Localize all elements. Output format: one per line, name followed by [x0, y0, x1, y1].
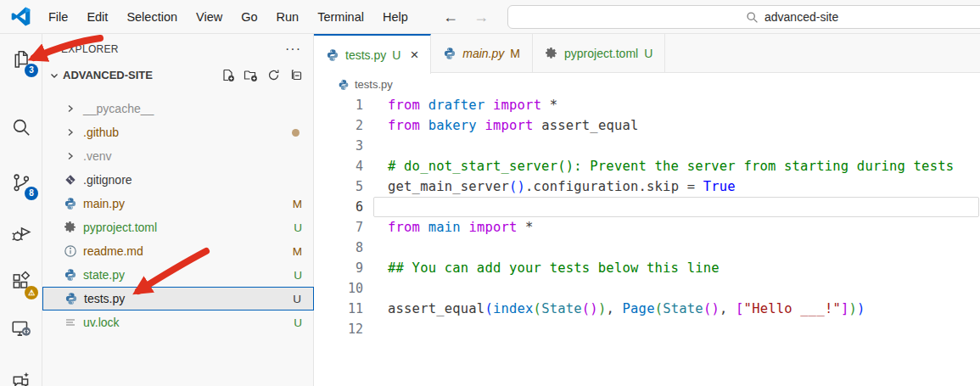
file-item-tests-py[interactable]: tests.pyU — [42, 287, 314, 310]
activity-remote-icon[interactable] — [1, 308, 42, 349]
code-line-8[interactable]: 8 — [314, 238, 980, 258]
code-text: # do_not_start_server(): Prevent the ser… — [388, 159, 954, 174]
file-label: tests.py — [84, 292, 125, 305]
menu-item-terminal[interactable]: Terminal — [308, 0, 373, 34]
git-status-letter: U — [294, 316, 302, 329]
menu-item-file[interactable]: File — [39, 0, 77, 34]
tab-main-py[interactable]: main.pyM — [431, 34, 533, 73]
git-status-letter: U — [293, 293, 301, 305]
line-number: 8 — [314, 240, 363, 255]
file-label: .gitignore — [83, 173, 132, 187]
explorer-more-actions-icon[interactable]: ··· — [285, 42, 301, 57]
code-text: ## You can add your tests below this lin… — [388, 260, 720, 276]
close-icon[interactable]: × — [410, 48, 418, 62]
explorer-title: EXPLORER — [61, 43, 119, 55]
breadcrumb-file: tests.py — [355, 78, 393, 91]
menu-item-selection[interactable]: Selection — [117, 0, 187, 34]
lines-icon — [63, 316, 77, 330]
menu-item-view[interactable]: View — [187, 0, 232, 34]
python-icon — [64, 292, 78, 306]
activity-extensions-icon[interactable]: ⚠ — [1, 261, 42, 302]
search-icon — [746, 11, 759, 24]
breadcrumb[interactable]: tests.py — [314, 74, 980, 95]
python-icon — [443, 47, 456, 60]
tab-tests-py[interactable]: tests.pyU× — [314, 34, 431, 74]
tab-git-status: U — [392, 48, 400, 62]
code-text: from main import * — [388, 220, 534, 235]
code-line-7[interactable]: 7from main import * — [314, 217, 980, 238]
activity-source-control-icon[interactable]: 8 — [1, 162, 42, 203]
new-file-icon[interactable] — [221, 68, 236, 83]
refresh-icon[interactable] — [266, 68, 282, 83]
code-line-5[interactable]: 5get_main_server().configuration.skip = … — [314, 176, 980, 197]
file-item-main-py[interactable]: main.pyM — [42, 192, 314, 215]
file-label: main.py — [83, 197, 125, 210]
file-item--github[interactable]: .github — [42, 120, 314, 144]
explorer-badge: 3 — [25, 64, 38, 77]
git-status-letter: U — [294, 221, 302, 234]
code-text: from bakery import assert_equal — [388, 118, 639, 133]
code-line-3[interactable]: 3 — [314, 136, 980, 156]
explorer-root-folder[interactable]: ADVANCED-SITE — [42, 64, 313, 86]
code-line-12[interactable]: 12 — [314, 319, 980, 339]
activity-search-icon[interactable] — [1, 107, 42, 148]
file-item-readme-md[interactable]: readme.mdM — [42, 239, 314, 263]
python-icon — [63, 197, 77, 211]
git-status-letter: U — [294, 269, 302, 282]
line-number: 5 — [314, 179, 363, 194]
file-item-uv-lock[interactable]: uv.lockU — [42, 310, 314, 334]
code-line-1[interactable]: 1from drafter import * — [314, 95, 980, 115]
file-label: .github — [83, 126, 119, 139]
git-modified-dot — [292, 129, 300, 137]
code-text: get_main_server().configuration.skip = T… — [388, 179, 736, 194]
activity-chat-icon[interactable] — [1, 360, 42, 386]
file-item--pycache-[interactable]: __pycache__ — [42, 97, 314, 120]
code-line-6[interactable]: 6 — [314, 197, 980, 217]
code-line-10[interactable]: 10 — [314, 278, 980, 299]
code-line-9[interactable]: 9## You can add your tests below this li… — [314, 258, 980, 278]
file-item--gitignore[interactable]: .gitignore — [42, 168, 314, 192]
menu-bar: FileEditSelectionViewGoRunTerminalHelp — [39, 0, 417, 34]
file-label: __pycache__ — [83, 102, 154, 115]
code-line-11[interactable]: 11assert_equal(index(State()), Page(Stat… — [314, 299, 980, 319]
git-status-letter: M — [293, 245, 302, 258]
collapse-all-icon[interactable] — [289, 68, 305, 83]
gear-icon — [63, 221, 77, 235]
python-icon — [326, 48, 339, 62]
current-line-highlight — [373, 197, 979, 217]
line-number: 11 — [314, 301, 363, 316]
menu-item-help[interactable]: Help — [373, 0, 417, 34]
code-line-2[interactable]: 2from bakery import assert_equal — [314, 115, 980, 136]
file-label: pyproject.toml — [83, 221, 157, 234]
menu-item-edit[interactable]: Edit — [77, 0, 117, 34]
code-text: assert_equal(index(State()), Page(State(… — [388, 301, 865, 316]
command-center-search[interactable]: advanced-site — [507, 5, 980, 29]
line-number: 12 — [314, 322, 363, 337]
menu-item-go[interactable]: Go — [232, 0, 266, 34]
file-item-pyproject-toml[interactable]: pyproject.tomlU — [42, 215, 314, 239]
vscode-logo-icon — [11, 7, 31, 26]
history-forward-icon: → — [473, 8, 489, 26]
code-line-4[interactable]: 4# do_not_start_server(): Prevent the se… — [314, 156, 980, 176]
tab-pyproject-toml[interactable]: pyproject.tomlU — [533, 34, 665, 73]
info-icon — [63, 244, 77, 259]
python-icon — [63, 268, 77, 283]
menu-item-run[interactable]: Run — [267, 0, 309, 34]
root-folder-name: ADVANCED-SITE — [63, 69, 153, 81]
tab-git-status: U — [644, 47, 652, 60]
code-editor[interactable]: 1from drafter import *2from bakery impor… — [314, 95, 980, 386]
activity-explorer-icon[interactable]: 3 — [1, 39, 42, 80]
git-status-letter: M — [293, 198, 302, 210]
activity-run-debug-icon[interactable] — [1, 213, 42, 254]
new-folder-icon[interactable] — [244, 68, 259, 83]
history-back-icon[interactable]: ← — [443, 8, 458, 26]
line-number: 4 — [314, 159, 363, 174]
file-label: readme.md — [83, 244, 143, 258]
chevron-right-icon — [63, 102, 77, 116]
tab-label: main.py — [462, 47, 504, 60]
title-bar: FileEditSelectionViewGoRunTerminalHelp ←… — [0, 0, 980, 34]
chevron-right-icon — [63, 149, 77, 164]
file-item-state-py[interactable]: state.pyU — [42, 263, 314, 287]
file-label: uv.lock — [83, 316, 120, 329]
file-item--venv[interactable]: .venv — [42, 144, 314, 168]
